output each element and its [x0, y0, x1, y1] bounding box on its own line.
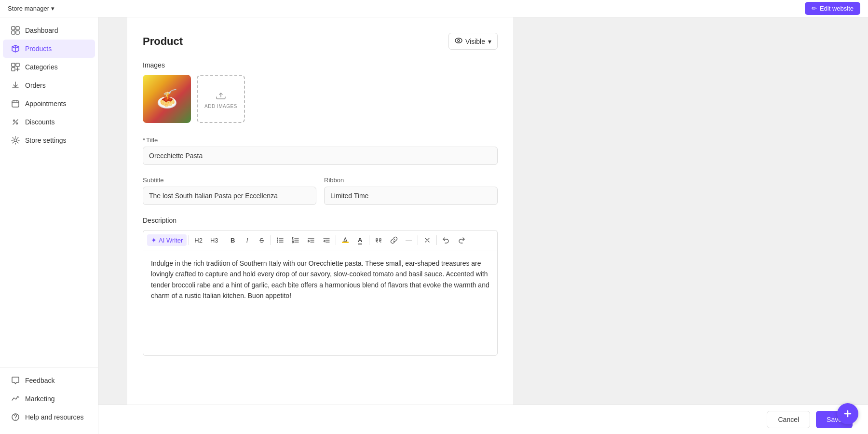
- svg-point-17: [277, 242, 278, 243]
- products-icon: [11, 44, 20, 54]
- feedback-icon: [11, 376, 20, 385]
- description-editor[interactable]: Indulge in the rich tradition of Souther…: [143, 250, 498, 356]
- svg-point-10: [14, 139, 17, 142]
- product-image-thumb[interactable]: 🍝: [143, 75, 191, 123]
- sidebar-item-label: Discounts: [25, 118, 54, 126]
- store-manager-button[interactable]: Store manager ▾: [8, 5, 54, 12]
- fab-button[interactable]: [837, 403, 858, 424]
- toolbar-divider-6: [418, 235, 418, 245]
- outdent-button[interactable]: [319, 233, 334, 247]
- help-icon: [11, 412, 20, 422]
- sidebar: Dashboard Products Categories Orders App: [0, 0, 98, 434]
- svg-rect-5: [16, 63, 19, 67]
- upload-icon: [215, 89, 227, 102]
- sidebar-item-label: Help and resources: [25, 413, 83, 421]
- title-label: * Title: [143, 136, 498, 144]
- italic-button[interactable]: I: [241, 233, 254, 247]
- svg-rect-1: [16, 27, 19, 30]
- top-bar: Store manager ▾ ✏ Edit website: [0, 0, 868, 17]
- sidebar-item-label: Store settings: [25, 136, 67, 144]
- visibility-dropdown[interactable]: Visible ▾: [448, 33, 498, 50]
- ordered-list-button[interactable]: [288, 233, 303, 247]
- subtitle-label: Subtitle: [143, 176, 316, 184]
- undo-button[interactable]: [439, 233, 453, 247]
- sidebar-item-help[interactable]: Help and resources: [3, 408, 95, 426]
- svg-rect-7: [12, 101, 19, 107]
- categories-icon: [11, 62, 20, 72]
- sidebar-item-categories[interactable]: Categories: [3, 58, 95, 76]
- title-input[interactable]: [143, 147, 498, 165]
- svg-point-15: [277, 238, 278, 239]
- pencil-icon: ✏: [812, 5, 817, 12]
- orders-icon: [11, 81, 20, 90]
- main-area: Product Visible ▾ Images 🍝 AD: [98, 17, 868, 434]
- product-header: Product Visible ▾: [143, 33, 498, 50]
- sidebar-item-label: Dashboard: [25, 27, 58, 34]
- images-section: Images 🍝 ADD IMAGES: [143, 61, 498, 123]
- svg-rect-4: [12, 63, 15, 67]
- svg-rect-0: [12, 27, 15, 30]
- images-row: 🍝 ADD IMAGES: [143, 75, 498, 123]
- link-button[interactable]: [387, 233, 401, 247]
- subtitle-ribbon-row: Subtitle Ribbon: [143, 176, 498, 205]
- bullet-list-button[interactable]: [273, 233, 287, 247]
- add-images-label: ADD IMAGES: [204, 104, 237, 109]
- svg-point-8: [14, 120, 15, 122]
- ribbon-label: Ribbon: [324, 176, 498, 184]
- blockquote-button[interactable]: [371, 233, 386, 247]
- chevron-down-icon: ▾: [488, 38, 491, 45]
- hr-button[interactable]: —: [402, 233, 416, 247]
- sidebar-item-label: Marketing: [25, 395, 54, 403]
- sidebar-item-orders[interactable]: Orders: [3, 76, 95, 95]
- bold-button[interactable]: B: [226, 233, 240, 247]
- images-label: Images: [143, 61, 498, 69]
- chevron-down-icon: ▾: [51, 5, 54, 12]
- highlight-button[interactable]: [338, 233, 353, 247]
- sidebar-item-feedback[interactable]: Feedback: [3, 371, 95, 390]
- store-manager-label: Store manager: [8, 5, 49, 12]
- sidebar-item-store-settings[interactable]: Store settings: [3, 131, 95, 149]
- sidebar-item-appointments[interactable]: Appointments: [3, 95, 95, 113]
- h2-button[interactable]: H2: [191, 233, 206, 247]
- toolbar-divider-3: [271, 235, 271, 245]
- marketing-icon: [11, 394, 20, 404]
- text-color-button[interactable]: A: [353, 233, 367, 247]
- clear-format-button[interactable]: [420, 233, 434, 247]
- svg-rect-3: [16, 31, 19, 34]
- appointments-icon: [11, 99, 20, 108]
- svg-rect-2: [12, 31, 15, 34]
- redo-button[interactable]: [454, 233, 469, 247]
- pasta-image: 🍝: [143, 75, 191, 123]
- ribbon-field-group: Ribbon: [324, 176, 498, 205]
- sidebar-item-label: Feedback: [25, 377, 54, 384]
- cancel-button[interactable]: Cancel: [767, 411, 810, 428]
- visibility-label: Visible: [465, 38, 485, 45]
- toolbar-divider-4: [336, 235, 336, 245]
- editor-toolbar: ✦ AI Writer H2 H3 B I S: [143, 230, 498, 250]
- discounts-icon: [11, 117, 20, 127]
- eye-icon: [455, 37, 462, 46]
- ribbon-input[interactable]: [324, 187, 498, 205]
- svg-point-12: [15, 419, 16, 420]
- svg-rect-6: [12, 68, 15, 71]
- sidebar-item-label: Categories: [25, 63, 58, 71]
- sidebar-item-products[interactable]: Products: [3, 40, 95, 58]
- toolbar-divider-7: [436, 235, 437, 245]
- svg-point-9: [16, 123, 18, 124]
- ai-writer-button[interactable]: ✦ AI Writer: [147, 234, 187, 246]
- sidebar-bottom: Feedback Marketing Help and resources: [0, 367, 98, 434]
- sidebar-item-discounts[interactable]: Discounts: [3, 113, 95, 131]
- toolbar-divider-2: [224, 235, 224, 245]
- action-bar: Cancel Save: [98, 405, 868, 434]
- description-section: Description ✦ AI Writer H2 H3 B I S: [143, 217, 498, 356]
- h3-button[interactable]: H3: [207, 233, 222, 247]
- sparkle-icon: ✦: [151, 236, 157, 244]
- indent-button[interactable]: [304, 233, 318, 247]
- edit-website-button[interactable]: ✏ Edit website: [805, 2, 860, 15]
- sidebar-item-dashboard[interactable]: Dashboard: [3, 21, 95, 40]
- sidebar-item-marketing[interactable]: Marketing: [3, 390, 95, 408]
- add-images-button[interactable]: ADD IMAGES: [197, 75, 245, 123]
- subtitle-input[interactable]: [143, 187, 316, 205]
- strikethrough-button[interactable]: S: [255, 233, 269, 247]
- subtitle-field-group: Subtitle: [143, 176, 316, 205]
